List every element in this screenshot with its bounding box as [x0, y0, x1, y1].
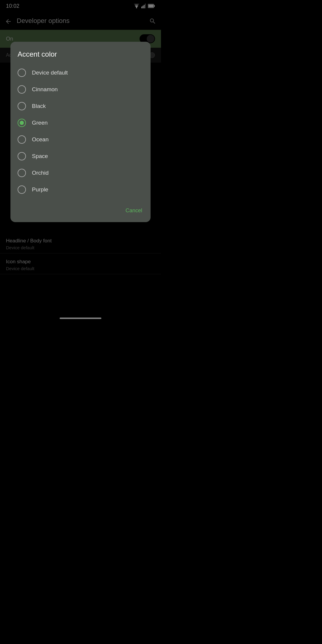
radio-button-space	[18, 152, 26, 160]
radio-inner-green	[20, 121, 24, 125]
radio-option-black[interactable]: Black	[18, 98, 143, 114]
radio-button-ocean	[18, 135, 26, 144]
radio-option-cinnamon[interactable]: Cinnamon	[18, 81, 143, 98]
cancel-button[interactable]: Cancel	[124, 205, 143, 216]
radio-button-orchid	[18, 169, 26, 177]
radio-option-green[interactable]: Green	[18, 114, 143, 131]
radio-label-device-default: Device default	[32, 69, 68, 76]
radio-label-space: Space	[32, 153, 48, 160]
radio-label-black: Black	[32, 103, 46, 109]
radio-options-list: Device defaultCinnamonBlackGreenOceanSpa…	[18, 64, 143, 198]
radio-button-cinnamon	[18, 85, 26, 94]
radio-label-cinnamon: Cinnamon	[32, 86, 58, 93]
dialog-actions: Cancel	[18, 203, 143, 216]
radio-option-space[interactable]: Space	[18, 148, 143, 165]
radio-label-purple: Purple	[32, 186, 48, 193]
dialog-title: Accent color	[18, 50, 143, 58]
radio-option-ocean[interactable]: Ocean	[18, 131, 143, 148]
radio-option-orchid[interactable]: Orchid	[18, 165, 143, 181]
radio-button-black	[18, 102, 26, 110]
radio-label-green: Green	[32, 120, 48, 126]
radio-label-orchid: Orchid	[32, 170, 49, 176]
radio-label-ocean: Ocean	[32, 136, 49, 143]
radio-button-device-default	[18, 69, 26, 77]
radio-option-device-default[interactable]: Device default	[18, 64, 143, 81]
accent-color-dialog: Accent color Device defaultCinnamonBlack…	[10, 42, 151, 222]
radio-button-purple	[18, 185, 26, 194]
radio-button-green	[18, 119, 26, 127]
radio-option-purple[interactable]: Purple	[18, 181, 143, 198]
